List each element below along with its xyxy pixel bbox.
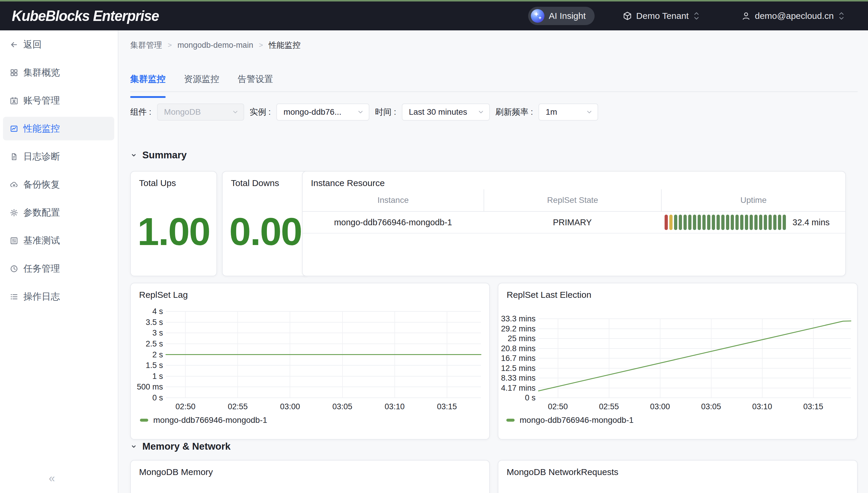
user-icon (741, 11, 751, 21)
gauge-cell-green (698, 215, 701, 230)
grid-icon (10, 68, 18, 77)
sidebar-item-task-management[interactable]: 任务管理 (3, 257, 114, 280)
tab-cluster-monitor[interactable]: 集群监控 (130, 72, 166, 91)
y-axis-tick: 2 s (152, 350, 163, 359)
chart-title: MongoDB NetworkRequests (507, 467, 619, 477)
clock-icon (10, 264, 18, 273)
plot-area[interactable] (539, 319, 851, 398)
instance-resource-table: Instance ReplSet State Uptime mongo-ddb7… (303, 189, 845, 234)
gauge-cell-green (778, 215, 781, 230)
sidebar-item-label: 操作日志 (23, 291, 60, 303)
breadcrumb-separator: > (168, 41, 172, 49)
gauge-cell-green (693, 215, 696, 230)
y-axis: 33.3 mins29.2 mins25 mins20.8 mins16.7 m… (498, 319, 536, 398)
document-icon (10, 152, 18, 161)
cloud-upload-icon (10, 180, 18, 189)
replset-lag-chart-card: ReplSet Lag 4 s3.5 s3 s2.5 s2 s1.5 s1 s5… (130, 283, 490, 440)
gauge-cell-green (726, 215, 729, 230)
y-axis: 4 s3.5 s3 s2.5 s2 s1.5 s1 s500 ms0 s (131, 312, 163, 398)
breadcrumb-cluster-name[interactable]: mongodb-demo-main (178, 41, 253, 50)
gauge-cell-amber (669, 215, 672, 230)
sidebar-item-benchmark[interactable]: 基准测试 (3, 229, 114, 252)
total-ups-card: Total Ups 1.00 (130, 171, 217, 276)
chart-title: ReplSet Lag (139, 290, 188, 300)
gauge-cell-green (721, 215, 725, 230)
section-title: Memory & Network (142, 441, 230, 452)
ai-insight-button[interactable]: AI Insight (528, 7, 594, 25)
breadcrumb-current-page: 性能监控 (269, 40, 301, 50)
sidebar-item-log-diagnosis[interactable]: 日志诊断 (3, 145, 114, 168)
gauge-cell-green (731, 215, 734, 230)
y-axis-tick: 4.17 mins (501, 383, 536, 392)
card-title: Total Ups (139, 178, 176, 188)
gauge-cell-green (702, 215, 706, 230)
column-header-uptime: Uptime (661, 189, 845, 211)
x-axis-tick: 02:55 (599, 402, 619, 411)
list-icon (10, 293, 18, 301)
breadcrumb-separator: > (259, 41, 263, 49)
sidebar-item-label: 备份恢复 (23, 178, 60, 191)
tab-resource-monitor[interactable]: 资源监控 (184, 72, 219, 91)
refresh-rate-select[interactable]: 1m (539, 104, 598, 121)
gauge-cell-green (707, 215, 710, 230)
plot-area[interactable] (166, 312, 481, 398)
sidebar-item-cluster-overview[interactable]: 集群概览 (3, 61, 114, 84)
uptime-led-gauge (665, 215, 786, 230)
summary-section-header[interactable]: Summary (130, 150, 187, 161)
gauge-cell-green (764, 215, 767, 230)
tenant-name: Demo Tenant (636, 11, 689, 21)
app: KubeBlocks Enterprise AI Insight Demo Te… (0, 0, 868, 493)
y-axis-tick: 1.5 s (145, 361, 163, 370)
total-downs-value: 0.00 (223, 212, 308, 251)
card-title: Instance Resource (311, 178, 385, 188)
sidebar-item-label: 性能监控 (23, 122, 60, 135)
time-range-select[interactable]: Last 30 minutes (402, 104, 490, 121)
instance-select[interactable]: mongo-ddb76... (276, 104, 369, 121)
tenant-selector[interactable]: Demo Tenant (623, 11, 700, 21)
user-menu[interactable]: demo@apecloud.cn (741, 11, 845, 21)
sidebar-item-performance-monitor[interactable]: 性能监控 (3, 117, 114, 141)
x-axis: 02:5002:5503:0003:0503:1003:15 (166, 400, 481, 412)
gauge-cell-green (716, 215, 720, 230)
column-header-instance: Instance (303, 189, 484, 211)
gauge-cell-green (679, 215, 682, 230)
chart-title: ReplSet Last Election (507, 290, 591, 300)
sidebar-item-label: 账号管理 (23, 94, 60, 107)
legend[interactable]: mongo-ddb766946-mongodb-1 (506, 415, 633, 425)
y-axis-tick: 500 ms (137, 382, 163, 391)
main-content: 集群管理 > mongodb-demo-main > 性能监控 集群监控 资源监… (118, 30, 868, 493)
mongodb-networkrequests-chart-card: MongoDB NetworkRequests 70.5 (498, 460, 858, 493)
y-axis-tick: 3 s (152, 328, 163, 338)
component-label: 组件 : (130, 106, 152, 117)
chevron-down-icon (130, 443, 137, 450)
legend-marker (140, 419, 148, 422)
tab-alert-settings[interactable]: 告警设置 (238, 72, 273, 91)
sidebar-item-label: 集群概览 (23, 66, 60, 79)
memory-network-section-header[interactable]: Memory & Network (130, 441, 230, 452)
sidebar-item-account-management[interactable]: 账号管理 (3, 89, 114, 112)
user-updown-icon (838, 11, 845, 21)
x-axis: 02:5002:5503:0003:0503:1003:15 (539, 400, 851, 412)
ai-sparkle-icon (531, 9, 544, 23)
breadcrumb-cluster-management[interactable]: 集群管理 (130, 40, 162, 50)
sidebar-item-parameter-config[interactable]: 参数配置 (3, 201, 114, 224)
chevron-down-icon (232, 108, 239, 115)
sidebar-item-operation-log[interactable]: 操作日志 (3, 285, 114, 308)
sidebar-item-backup-restore[interactable]: 备份恢复 (3, 173, 114, 196)
gauge-cell-green (712, 215, 715, 230)
instance-name-cell: mongo-ddb766946-mongodb-1 (303, 212, 484, 233)
y-axis-tick: 4 s (152, 307, 163, 316)
legend[interactable]: mongo-ddb766946-mongodb-1 (140, 415, 267, 425)
y-axis-tick: 3.5 s (145, 318, 163, 327)
time-label: 时间 : (375, 106, 396, 117)
tenant-updown-icon (693, 11, 700, 21)
y-axis-tick: 25 mins (507, 334, 536, 343)
legend-label: mongo-ddb766946-mongodb-1 (153, 415, 267, 425)
gauge-cell-green (783, 215, 786, 230)
sidebar-collapse-button[interactable]: « (49, 472, 55, 485)
sidebar-item-back[interactable]: 返回 (3, 33, 114, 56)
y-axis-tick: 33.3 mins (501, 314, 536, 323)
sidebar-item-label: 基准测试 (23, 234, 60, 247)
x-axis-tick: 03:15 (803, 402, 823, 411)
table-row: mongo-ddb766946-mongodb-1 PRIMARY 32.4 m… (303, 212, 845, 234)
